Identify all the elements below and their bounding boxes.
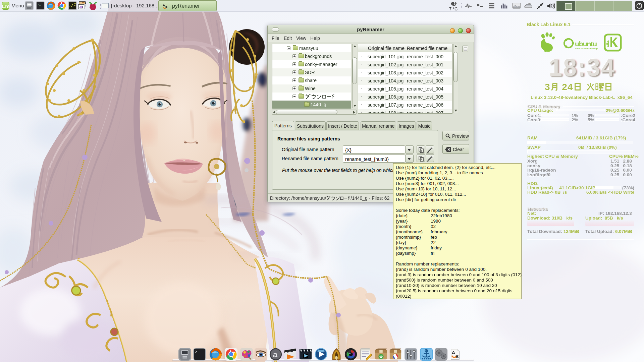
svg-text:>_: >_ (38, 3, 41, 6)
svg-text:>_: >_ (195, 350, 200, 354)
svg-text:7 °C: 7 °C (449, 6, 458, 11)
svg-text:A: A (163, 3, 165, 7)
svg-text:A: A (452, 350, 455, 355)
svg-text:linux for human beings: linux for human beings (575, 47, 598, 50)
svg-text:ubuntu: ubuntu (575, 40, 597, 48)
svg-text:a: a (273, 350, 277, 359)
